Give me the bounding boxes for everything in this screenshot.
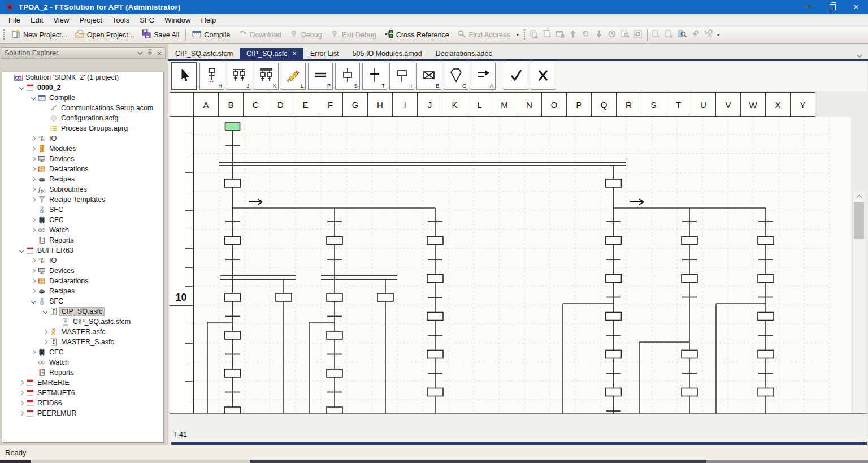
column-header-d[interactable]: D <box>268 92 293 117</box>
tree-item-cip-sq-asfc[interactable]: CIP_SQ.asfc <box>2 306 163 317</box>
tree-item-setmuet6[interactable]: SETMUET6 <box>2 388 163 398</box>
chevron-collapsed-icon[interactable] <box>18 399 25 407</box>
chevron-collapsed-icon[interactable] <box>18 379 25 387</box>
column-header-u[interactable]: U <box>691 92 716 117</box>
column-header-y[interactable]: Y <box>790 92 815 117</box>
tab-505-io-modules-amod[interactable]: 505 IO Modules.amod <box>346 48 429 59</box>
column-header-s[interactable]: S <box>641 92 666 117</box>
sfc-canvas[interactable]: 10 <box>170 117 851 413</box>
menu-view[interactable]: View <box>48 15 74 25</box>
chevron-collapsed-icon[interactable] <box>29 175 37 183</box>
tab-list-chevron-icon[interactable] <box>857 50 862 60</box>
chevron-collapsed-icon[interactable] <box>29 216 37 224</box>
column-header-b[interactable]: B <box>218 92 244 117</box>
pencil-tool[interactable]: L <box>281 63 306 90</box>
tree-item-recipes[interactable]: Recipes <box>2 174 163 184</box>
sfc-step[interactable] <box>427 313 443 321</box>
sfc-step[interactable] <box>758 275 774 283</box>
tab-error-list[interactable]: Error List <box>303 48 346 59</box>
undo-arrow-button[interactable] <box>580 29 593 41</box>
column-header-n[interactable]: N <box>517 92 542 117</box>
confirm-tool[interactable] <box>504 63 528 90</box>
tab-cip-sq-asfc-sfcm[interactable]: CIP_SQ.asfc.sfcm <box>168 48 240 59</box>
tree-item-reports[interactable]: Reports <box>2 367 163 378</box>
menu-help[interactable]: Help <box>196 15 221 25</box>
tree-item-solution-sidnk-2-1-project[interactable]: Solution 'SIDNK_2' (1 project) <box>2 72 163 83</box>
scroll-up-arrow-icon[interactable] <box>853 191 865 202</box>
tree-item-watch[interactable]: Watch <box>2 225 163 235</box>
tree-item-sfc[interactable]: SFC <box>2 205 163 215</box>
chevron-collapsed-icon[interactable] <box>29 267 37 275</box>
sfc-step[interactable] <box>758 388 774 396</box>
pin-icon[interactable] <box>147 49 153 57</box>
tree-item-recipe-templates[interactable]: Recipe Templates <box>2 194 163 205</box>
menu-file[interactable]: File <box>3 15 25 25</box>
sfc-step[interactable] <box>427 388 443 396</box>
chevron-collapsed-icon[interactable] <box>29 145 37 153</box>
column-header-t[interactable]: T <box>666 92 691 117</box>
toolbar-dropdown-chevron[interactable] <box>514 29 522 41</box>
menu-window[interactable]: Window <box>159 15 196 25</box>
sfc-step[interactable] <box>758 351 774 358</box>
tree-item-0000-2[interactable]: 0000_2 <box>2 83 163 93</box>
cancel-tool[interactable] <box>531 63 555 90</box>
sfc-step[interactable] <box>327 407 342 413</box>
open-project-button[interactable]: Open Project... <box>71 28 138 42</box>
menu-project[interactable]: Project <box>74 15 107 25</box>
tree-item-buffer63[interactable]: BUFFER63 <box>2 245 163 256</box>
sfc-step[interactable] <box>225 369 241 377</box>
column-header-v[interactable]: V <box>715 92 741 117</box>
sfc-step[interactable] <box>682 388 697 396</box>
sfc-initial-step[interactable] <box>225 123 240 131</box>
minimize-button[interactable] <box>797 0 821 14</box>
column-header-j[interactable]: J <box>417 92 442 117</box>
sfc-step[interactable] <box>682 351 697 358</box>
chevron-collapsed-icon[interactable] <box>29 348 37 356</box>
tree-item-master-asfc[interactable]: MASTER.asfc <box>2 327 163 337</box>
sfc-step[interactable] <box>682 237 697 245</box>
compile-button[interactable]: Compile <box>188 28 234 42</box>
pointer-tool[interactable] <box>171 62 197 90</box>
save-all-button[interactable]: Save All <box>138 28 183 42</box>
column-header-h[interactable]: H <box>367 92 393 117</box>
download-button[interactable]: Download <box>234 28 285 42</box>
detach-panel-button[interactable] <box>663 29 676 41</box>
sfc-step[interactable] <box>327 369 342 377</box>
tab-close-icon[interactable]: × <box>292 51 297 57</box>
tree-item-declarations[interactable]: Declarations <box>2 164 163 174</box>
sfc-step[interactable] <box>606 388 622 396</box>
chevron-expanded-icon[interactable] <box>29 94 37 102</box>
chevron-expanded-icon[interactable] <box>18 84 25 92</box>
tree-item-reports[interactable]: Reports <box>2 235 163 245</box>
column-header-x[interactable]: X <box>765 92 791 117</box>
end-step-tool[interactable]: E <box>416 63 441 90</box>
tree-item-cfc[interactable]: CFC <box>2 215 163 225</box>
column-header-g[interactable]: G <box>342 92 368 117</box>
sfc-step[interactable] <box>427 237 443 245</box>
column-header-a[interactable]: A <box>193 92 219 117</box>
import-arrow-button[interactable] <box>567 29 580 41</box>
divergence-tool[interactable]: J <box>227 63 251 90</box>
zoom-page-button[interactable] <box>676 29 689 41</box>
window-position-chevron-icon[interactable] <box>137 49 143 57</box>
tree-item-compile[interactable]: Compile <box>2 93 163 103</box>
step-transition-tool[interactable]: H <box>199 63 224 90</box>
sfc-step[interactable] <box>276 293 292 301</box>
tab-cip-sq-asfc[interactable]: CIP_SQ.asfc× <box>240 48 303 59</box>
chevron-collapsed-icon[interactable] <box>29 155 37 163</box>
sfc-step[interactable] <box>606 313 622 321</box>
column-header-o[interactable]: O <box>541 92 567 117</box>
chevron-collapsed-icon[interactable] <box>29 135 37 142</box>
column-header-l[interactable]: L <box>467 92 492 117</box>
chevron-expanded-icon[interactable] <box>18 246 25 254</box>
tree-item-cfc[interactable]: CFC <box>2 347 163 357</box>
tree-item-process-groups-aprg[interactable]: Process Groups.aprg <box>2 123 163 133</box>
sfc-step[interactable] <box>225 331 241 339</box>
menu-edit[interactable]: Edit <box>25 15 48 25</box>
sfc-step[interactable] <box>377 293 393 301</box>
new-project-button[interactable]: New Project... <box>7 28 71 42</box>
column-header-w[interactable]: W <box>740 92 766 117</box>
copy-page-button[interactable] <box>528 29 541 41</box>
tree-item-modules[interactable]: Modules <box>2 144 163 154</box>
tree-item-declarations[interactable]: Declarations <box>2 276 163 286</box>
